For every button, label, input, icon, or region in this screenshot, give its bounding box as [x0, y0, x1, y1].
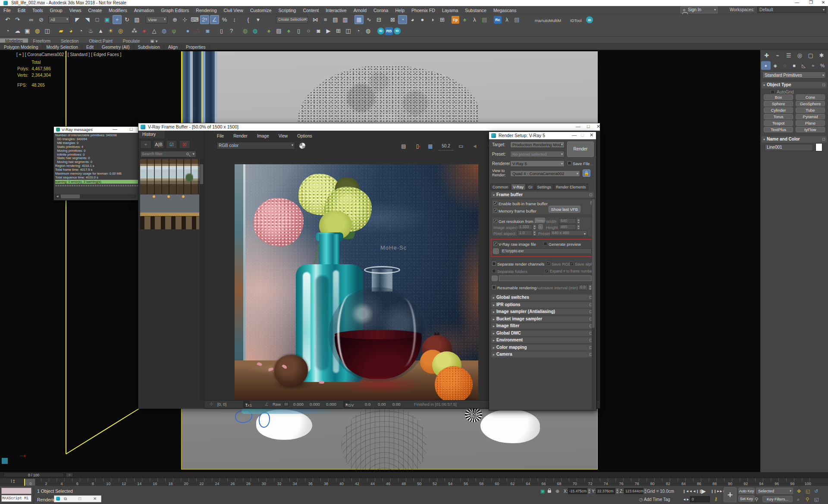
object-name-field[interactable]: Line001 [765, 144, 813, 151]
vfb-menu-item[interactable]: View [274, 133, 293, 139]
x-coordinate-field[interactable]: -15.475cm [568, 488, 588, 494]
film-gear-icon[interactable]: ⊞ [334, 26, 343, 35]
rs-tab[interactable]: Render Elements [554, 184, 588, 190]
select-by-name-icon[interactable]: ◥ [83, 15, 92, 24]
rs-tab[interactable]: Common [490, 184, 511, 190]
view-to-render-dropdown[interactable]: Quad 4 - CoronaCamera002▾ [510, 170, 580, 177]
frame-range-field[interactable]: 0 / 100 [3, 473, 64, 477]
channels-browse-button[interactable]: ... [492, 275, 498, 281]
menu-item[interactable]: Civil View [220, 6, 247, 13]
sep[interactable] [448, 15, 451, 24]
teapot-icon[interactable]: ◔ [3, 26, 12, 35]
orbit-icon[interactable]: ↺ [814, 488, 818, 494]
menu-item[interactable]: Help [392, 6, 408, 13]
menu-item[interactable]: Modifiers [105, 6, 131, 13]
rectangular-selection-icon[interactable]: □ [93, 15, 102, 24]
toggle-ribbon-icon[interactable]: ▦ [354, 15, 364, 24]
use-pivot-center-icon[interactable]: ⊕ [170, 15, 179, 24]
angle-snap-icon[interactable]: ∠ [210, 15, 219, 24]
corona-cone-icon[interactable]: ▲ [96, 26, 105, 35]
help-icon[interactable]: ? [227, 26, 236, 35]
railclone-table-icon[interactable]: ▤ [512, 15, 521, 24]
corona-sun-icon[interactable]: ▰ [56, 26, 66, 35]
key-mode-toggle[interactable]: ◄► [683, 498, 690, 501]
minimize-button[interactable]: — [795, 0, 799, 5]
ribbon-panel-item[interactable]: Modify Selection [43, 44, 82, 50]
key-icon[interactable]: ⚷ [714, 496, 718, 502]
vfb-monitor-icon[interactable]: ▭ [456, 142, 466, 150]
play-square-icon[interactable]: ▶ [324, 26, 333, 35]
show-last-vfb-button[interactable]: Show last VFB [549, 206, 580, 213]
hierarchy-tab-icon[interactable]: ☰ [783, 51, 794, 60]
sep[interactable] [23, 15, 26, 24]
y-coordinate-field[interactable]: 22.376cm [596, 488, 616, 494]
object-type-button[interactable]: Teapot [764, 120, 793, 126]
rollout-header[interactable]: ▸Camera [491, 351, 594, 357]
framebuffer-rollout[interactable]: ▾Frame buffer [491, 192, 594, 198]
channels-path-field[interactable] [499, 275, 592, 281]
add-time-tag[interactable]: ◷ Add Time Tag [639, 497, 670, 502]
vray-sphere-icon[interactable]: ● [183, 26, 192, 35]
timeline-mode-icon[interactable]: Ⅰ↥ [11, 479, 16, 484]
height-field[interactable]: 480 [559, 224, 576, 230]
rs-minimize-button[interactable]: — [572, 132, 577, 138]
maximize-button[interactable]: ❐ [809, 0, 813, 5]
history-scrollbar[interactable] [200, 159, 204, 401]
separate-channels-checkbox[interactable] [492, 262, 496, 266]
light-lister-icon[interactable]: ◍ [33, 26, 42, 35]
select-and-link-icon[interactable]: ∞ [27, 15, 36, 24]
menu-item[interactable]: Animation [131, 6, 158, 13]
select-and-move-icon[interactable]: + [113, 15, 122, 24]
expand-frame-checkbox[interactable]: ✓ [545, 269, 549, 273]
vfb-titlebar[interactable]: V-Ray Frame Buffer - [50.0% of 1500 x 15… [138, 123, 600, 131]
object-type-button[interactable]: tyFlow [796, 127, 825, 132]
maxscript-pink-field[interactable] [1, 488, 31, 494]
monitor-icon[interactable]: ◫ [344, 26, 353, 35]
sep[interactable] [53, 26, 56, 35]
select-and-scale-icon[interactable]: ▧ [132, 15, 141, 24]
named-sets-dropdown-icon[interactable]: ▾ [254, 15, 263, 24]
object-type-button[interactable]: Plane [796, 120, 825, 126]
corona-sun2-icon[interactable]: ☀ [106, 26, 115, 35]
percent-snap-icon[interactable]: % [220, 15, 229, 24]
object-type-button[interactable]: GeoSphere [796, 101, 825, 106]
rs-tab[interactable]: Settings [535, 184, 554, 190]
history-save-button[interactable]: + [140, 140, 151, 149]
object-type-button[interactable]: Box [764, 94, 793, 100]
forest-pack-icon[interactable]: Fp [452, 16, 459, 24]
selection-filter-dropdown[interactable]: All▾ [48, 16, 70, 23]
walkthrough-icon[interactable]: ⚲ [755, 497, 758, 502]
mini-restore-icon[interactable]: ⧉ [64, 496, 67, 501]
play-button[interactable]: ▶ [701, 488, 706, 495]
geometry-category-icon[interactable]: ● [761, 61, 771, 70]
selection-set-dropdown[interactable]: Selected▾ [756, 488, 793, 494]
corona-dome-icon[interactable]: ◕ [66, 26, 75, 35]
circle-square-icon[interactable]: ◙ [314, 26, 323, 35]
sep[interactable] [384, 15, 387, 24]
multi-balls-icon[interactable]: ∴ [193, 26, 202, 35]
object-type-button[interactable]: Torus [764, 114, 793, 119]
vfb-menu-item[interactable]: Options [292, 133, 317, 139]
rollout-header[interactable]: ▸Environment [491, 337, 594, 343]
lock-view-button[interactable]: 🔒 [583, 169, 590, 177]
vfb-menu-item[interactable]: Render [229, 133, 252, 139]
vfb-menu-item[interactable]: Image [252, 133, 274, 139]
fov-icon[interactable]: ⚲ [806, 497, 809, 502]
menu-item[interactable]: Corona [370, 6, 392, 13]
menu-item[interactable]: Tools [29, 6, 47, 13]
render-setup-icon[interactable]: ◔ [398, 15, 407, 24]
vfb-close-button[interactable]: ✕ [596, 124, 600, 129]
bulb-icon[interactable]: ◍ [364, 26, 373, 35]
schematic-view-icon[interactable]: ⊟ [374, 15, 383, 24]
sep[interactable] [213, 26, 216, 35]
sep[interactable] [260, 26, 263, 35]
target-dropdown[interactable]: Production Rendering Mode▾ [510, 141, 565, 148]
material-editor-icon[interactable]: ⊠ [388, 15, 397, 24]
vfb-minimize-button[interactable]: — [576, 124, 580, 129]
create-key-button[interactable]: + [724, 487, 737, 502]
sep[interactable] [373, 26, 376, 35]
raw-image-checkbox[interactable]: ✓ [493, 242, 497, 246]
rs-maximize-button[interactable]: □ [581, 132, 584, 138]
generate-preview-checkbox[interactable] [543, 242, 547, 246]
snaps-toggle-icon[interactable]: 2⁵ [200, 15, 209, 24]
